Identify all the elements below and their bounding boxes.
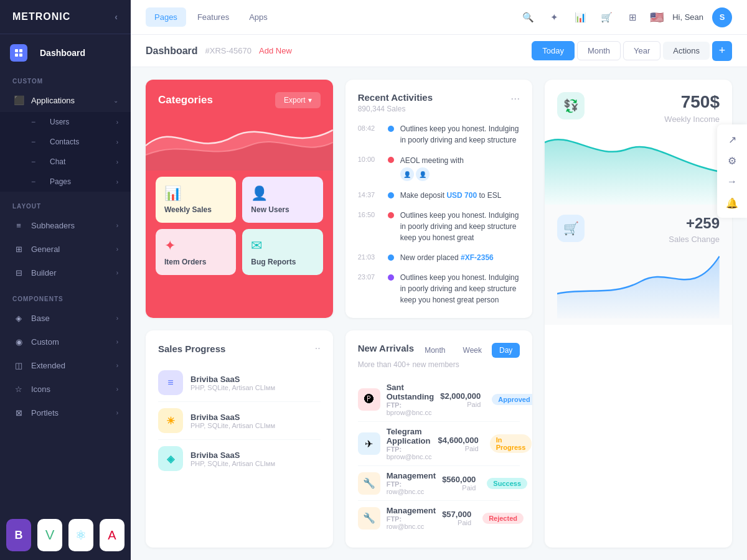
nav-features[interactable]: Features (189, 7, 238, 27)
nav-apps[interactable]: Apps (240, 7, 276, 27)
income-bottom-section: 🛒 +259 Sales Change (545, 205, 732, 325)
weekly-sales-label: Weekly Sales (164, 205, 227, 214)
year-button[interactable]: Year (623, 41, 660, 60)
arrival-logo-4: 🔧 (358, 507, 380, 530)
avatar-1: 👤 (400, 167, 414, 181)
cart-icon[interactable]: 🛒 (598, 9, 615, 26)
arrival-amount-4: $57,000 Paid (442, 510, 471, 526)
sidebar-item-base[interactable]: ◈ Base › (0, 306, 131, 330)
side-bell-icon[interactable]: 🔔 (722, 193, 742, 213)
category-new-users[interactable]: 👤 New Users (242, 177, 322, 223)
side-send-icon[interactable]: → (722, 172, 742, 192)
layout-section-label: LAYOUT (0, 192, 131, 213)
activity-time-3: 14:37 (358, 190, 382, 198)
sidebar-item-subheaders[interactable]: ≡ Subheaders › (0, 213, 131, 237)
breadcrumb-id: #XRS-45670 (205, 46, 251, 55)
activity-text-5: New order placed #XF-2356 (400, 252, 494, 263)
actions-button[interactable]: Actions (663, 42, 710, 60)
sidebar-collapse-icon[interactable]: ‹ (115, 12, 118, 22)
users-icon[interactable]: ✦ (545, 9, 563, 26)
wave-chart (146, 108, 333, 170)
dashboard-item[interactable]: Dashboard (0, 34, 131, 67)
tab-week[interactable]: Week (456, 343, 489, 358)
sidebar-item-custom[interactable]: ◉ Custom › (0, 330, 131, 353)
activities-subtitle: 890,344 Sales (358, 105, 433, 113)
item-orders-label: Item Orders (164, 258, 227, 266)
main-area: Pages Features Apps 🔍 ✦ 📊 🛒 ⊞ 🇺🇸 Hi, Sea… (131, 0, 747, 560)
portlets-arrow: › (116, 409, 118, 416)
react-icon: ⚛ (68, 519, 93, 551)
arrivals-tab-group: Month Week Day (417, 343, 520, 358)
activity-dot-6 (388, 274, 394, 281)
chat-label: Chat (50, 157, 65, 166)
add-new-button[interactable]: Add New (259, 46, 292, 55)
activity-text-2: AEOL meeting with (400, 156, 464, 165)
export-button[interactable]: Export ▾ (275, 92, 321, 108)
activity-item-2: 10:00 AEOL meeting with 👤 👤 (358, 154, 520, 181)
contacts-label: Contacts (50, 138, 79, 146)
income-icon: 💱 (557, 92, 585, 119)
pages-arrow: › (116, 179, 118, 185)
sidebar-item-chat[interactable]: − Chat › (0, 152, 131, 172)
base-icon: ◈ (12, 312, 25, 324)
category-item-orders[interactable]: ✦ Item Orders (156, 229, 236, 275)
arrival-ftp-3: FTP: row@bnc.cc (387, 480, 436, 495)
chart-icon[interactable]: 📊 (571, 9, 589, 26)
sidebar-item-pages[interactable]: − Pages › (0, 172, 131, 192)
category-bug-reports[interactable]: ✉ Bug Reports (242, 229, 322, 275)
category-weekly-sales[interactable]: 📊 Weekly Sales (156, 177, 236, 223)
income-change-header: 🛒 +259 Sales Change (557, 215, 720, 244)
nav-pages[interactable]: Pages (146, 7, 186, 27)
builder-icon: ⊟ (12, 266, 25, 279)
sidebar-item-contacts[interactable]: − Contacts › (0, 132, 131, 152)
income-top-section: 💱 750$ Weekly Income (545, 80, 732, 124)
month-button[interactable]: Month (577, 41, 621, 60)
dashboard-menu-item[interactable]: Dashboard (10, 44, 85, 62)
plus-button[interactable]: + (712, 41, 732, 61)
activity-text-3: Make deposit USD 700 to ESL (400, 190, 502, 201)
arrivals-subtitle: More than 400+ new members (358, 360, 520, 369)
extended-icon: ◫ (12, 359, 25, 371)
user-avatar[interactable]: S (712, 7, 732, 27)
arrival-badge-2: In Progress (490, 434, 532, 453)
today-button[interactable]: Today (532, 41, 575, 60)
sidebar: METRONIC ‹ Dashboard CUSTOM ⬛ Applicatio… (0, 0, 131, 560)
sidebar-item-users[interactable]: − Users › (0, 112, 131, 132)
flag-icon[interactable]: 🇺🇸 (650, 11, 664, 24)
sidebar-item-icons[interactable]: ☆ Icons › (0, 377, 131, 401)
sales-sub-2: PHP, SQLite, Artisan CLIмм (190, 422, 275, 429)
arrival-paid-4: Paid (442, 519, 471, 526)
sidebar-item-extended[interactable]: ◫ Extended › (0, 353, 131, 377)
sales-menu-icon[interactable]: ·· (315, 343, 321, 354)
tab-month[interactable]: Month (417, 343, 453, 358)
bug-icon: ✉ (251, 238, 314, 254)
activities-menu-icon[interactable]: ··· (510, 92, 520, 105)
sales-avatar-1: ≡ (158, 370, 183, 395)
activity-dot-4 (388, 212, 394, 218)
applications-arrow: ⌄ (113, 97, 118, 104)
sales-item-3: ◈ Briviba SaaS PHP, SQLite, Artisan CLIм… (158, 440, 321, 477)
extended-arrow: › (116, 362, 118, 369)
tab-day[interactable]: Day (492, 343, 520, 358)
activity-avatars: 👤 👤 (400, 167, 464, 181)
search-icon[interactable]: 🔍 (519, 9, 537, 26)
sidebar-item-builder[interactable]: ⊟ Builder › (0, 261, 131, 284)
sales-avatar-2: ☀ (158, 408, 183, 433)
portlets-label: Portlets (31, 408, 59, 418)
side-settings-icon[interactable]: ⚙ (722, 151, 742, 170)
grid-icon[interactable]: ⊞ (624, 9, 641, 26)
sidebar-item-general[interactable]: ⊞ General › (0, 237, 131, 261)
activity-time-2: 10:00 (358, 154, 382, 163)
sidebar-item-applications[interactable]: ⬛ Applications ⌄ (0, 88, 131, 112)
categories-grid: 📊 Weekly Sales 👤 New Users ✦ Item Orders… (146, 170, 333, 285)
page-title: Dashboard (146, 45, 198, 57)
income-chart-bottom (557, 244, 720, 325)
activity-dot-3 (388, 192, 394, 198)
applications-submenu: − Users › − Contacts › − Chat › − Pages … (0, 112, 131, 192)
sidebar-item-portlets[interactable]: ⊠ Portlets › (0, 401, 131, 424)
sales-change-icon: 🛒 (557, 215, 585, 242)
bug-reports-label: Bug Reports (251, 258, 314, 266)
components-section-label: COMPONENTS (0, 284, 131, 306)
general-icon: ⊞ (12, 243, 25, 255)
side-share-icon[interactable]: ↗ (722, 129, 742, 149)
